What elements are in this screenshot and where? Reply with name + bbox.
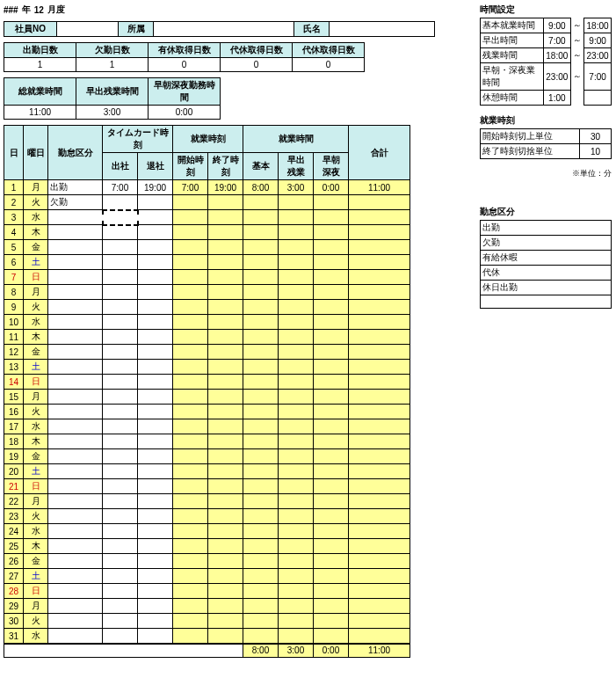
kubun-cell[interactable]: 欠勤 bbox=[48, 195, 103, 210]
timecard-out[interactable] bbox=[138, 255, 173, 270]
time-from[interactable]: 18:00 bbox=[543, 48, 570, 63]
timecard-out[interactable] bbox=[138, 524, 173, 539]
kubun-cell[interactable] bbox=[48, 390, 103, 405]
timecard-out[interactable] bbox=[138, 434, 173, 449]
timecard-in[interactable] bbox=[103, 524, 138, 539]
timecard-in[interactable] bbox=[103, 554, 138, 569]
kubun-cell[interactable] bbox=[48, 285, 103, 300]
kubun-cell[interactable] bbox=[48, 599, 103, 614]
timecard-out[interactable] bbox=[138, 195, 173, 210]
kubun-cell[interactable] bbox=[48, 584, 103, 599]
kubun-cell[interactable] bbox=[48, 300, 103, 315]
timecard-out[interactable] bbox=[138, 300, 173, 315]
kubun-item[interactable]: 欠勤 bbox=[481, 236, 612, 251]
time-from[interactable]: 9:00 bbox=[543, 18, 570, 33]
kubun-cell[interactable] bbox=[48, 614, 103, 629]
kubun-cell[interactable]: 出勤 bbox=[48, 180, 103, 195]
timecard-out[interactable] bbox=[138, 240, 173, 255]
kubun-cell[interactable] bbox=[48, 629, 103, 645]
timecard-in[interactable] bbox=[103, 240, 138, 255]
timecard-in[interactable] bbox=[103, 599, 138, 614]
time-to[interactable] bbox=[584, 91, 612, 106]
timecard-out[interactable] bbox=[138, 210, 173, 225]
timecard-in[interactable] bbox=[103, 375, 138, 390]
kubun-cell[interactable] bbox=[48, 569, 103, 584]
name-value[interactable] bbox=[330, 22, 435, 37]
timecard-in[interactable] bbox=[103, 449, 138, 464]
timecard-out[interactable] bbox=[138, 554, 173, 569]
timecard-out[interactable] bbox=[138, 315, 173, 330]
timecard-in[interactable] bbox=[103, 614, 138, 629]
timecard-out[interactable] bbox=[138, 509, 173, 524]
timecard-out[interactable] bbox=[138, 449, 173, 464]
kubun-item[interactable]: 休日出勤 bbox=[481, 281, 612, 295]
timecard-out[interactable] bbox=[138, 405, 173, 419]
timecard-out[interactable] bbox=[138, 494, 173, 509]
kubun-cell[interactable] bbox=[48, 449, 103, 464]
timecard-in[interactable] bbox=[103, 225, 138, 240]
kubun-cell[interactable] bbox=[48, 554, 103, 569]
kubun-cell[interactable] bbox=[48, 315, 103, 330]
timecard-in[interactable] bbox=[103, 315, 138, 330]
work-rule-value[interactable]: 10 bbox=[580, 144, 612, 159]
timecard-out[interactable] bbox=[138, 390, 173, 405]
timecard-in[interactable] bbox=[103, 390, 138, 405]
timecard-in[interactable] bbox=[103, 434, 138, 449]
emp-id-value[interactable] bbox=[57, 22, 119, 37]
timecard-out[interactable] bbox=[138, 569, 173, 584]
timecard-in[interactable]: 7:00 bbox=[103, 180, 138, 195]
kubun-item[interactable]: 有給休暇 bbox=[481, 251, 612, 266]
timecard-in[interactable] bbox=[103, 330, 138, 345]
kubun-cell[interactable] bbox=[48, 330, 103, 345]
timecard-in[interactable] bbox=[103, 300, 138, 315]
kubun-item[interactable]: 代休 bbox=[481, 266, 612, 281]
time-to[interactable]: 7:00 bbox=[584, 63, 612, 91]
time-to[interactable]: 23:00 bbox=[584, 48, 612, 63]
timecard-in[interactable] bbox=[103, 584, 138, 599]
dept-value[interactable] bbox=[154, 22, 294, 37]
timecard-in[interactable] bbox=[103, 539, 138, 554]
work-rule-value[interactable]: 30 bbox=[580, 129, 612, 144]
time-to[interactable]: 18:00 bbox=[584, 18, 612, 33]
kubun-cell[interactable] bbox=[48, 524, 103, 539]
timecard-in[interactable] bbox=[103, 255, 138, 270]
timecard-in[interactable] bbox=[103, 569, 138, 584]
kubun-cell[interactable] bbox=[48, 539, 103, 554]
kubun-cell[interactable] bbox=[48, 210, 103, 225]
timecard-in[interactable] bbox=[103, 345, 138, 360]
time-from[interactable]: 23:00 bbox=[543, 63, 570, 91]
timecard-out[interactable] bbox=[138, 599, 173, 614]
timecard-out[interactable] bbox=[138, 330, 173, 345]
timecard-in[interactable] bbox=[103, 285, 138, 300]
timecard-in[interactable] bbox=[103, 360, 138, 375]
time-from[interactable]: 1:00 bbox=[543, 91, 570, 106]
timecard-out[interactable] bbox=[138, 375, 173, 390]
timecard-out[interactable] bbox=[138, 360, 173, 375]
timecard-out[interactable] bbox=[138, 539, 173, 554]
kubun-cell[interactable] bbox=[48, 255, 103, 270]
timecard-out[interactable] bbox=[138, 464, 173, 479]
timecard-in[interactable] bbox=[103, 509, 138, 524]
timecard-out[interactable] bbox=[138, 270, 173, 285]
kubun-cell[interactable] bbox=[48, 375, 103, 390]
kubun-cell[interactable] bbox=[48, 345, 103, 360]
kubun-cell[interactable] bbox=[48, 405, 103, 419]
timecard-in[interactable] bbox=[103, 479, 138, 494]
time-from[interactable]: 7:00 bbox=[543, 33, 570, 48]
timecard-out[interactable]: 19:00 bbox=[138, 180, 173, 195]
timecard-in[interactable] bbox=[103, 629, 138, 645]
kubun-cell[interactable] bbox=[48, 225, 103, 240]
kubun-item[interactable]: 出勤 bbox=[481, 221, 612, 236]
timecard-in[interactable] bbox=[103, 494, 138, 509]
kubun-cell[interactable] bbox=[48, 494, 103, 509]
timecard-in[interactable] bbox=[103, 419, 138, 434]
timecard-out[interactable] bbox=[138, 345, 173, 360]
timecard-in[interactable] bbox=[103, 195, 138, 210]
timecard-in[interactable] bbox=[103, 405, 138, 419]
timecard-out[interactable] bbox=[138, 225, 173, 240]
timecard-in[interactable] bbox=[103, 270, 138, 285]
kubun-cell[interactable] bbox=[48, 434, 103, 449]
kubun-cell[interactable] bbox=[48, 509, 103, 524]
timecard-in[interactable] bbox=[103, 464, 138, 479]
time-to[interactable]: 9:00 bbox=[584, 33, 612, 48]
